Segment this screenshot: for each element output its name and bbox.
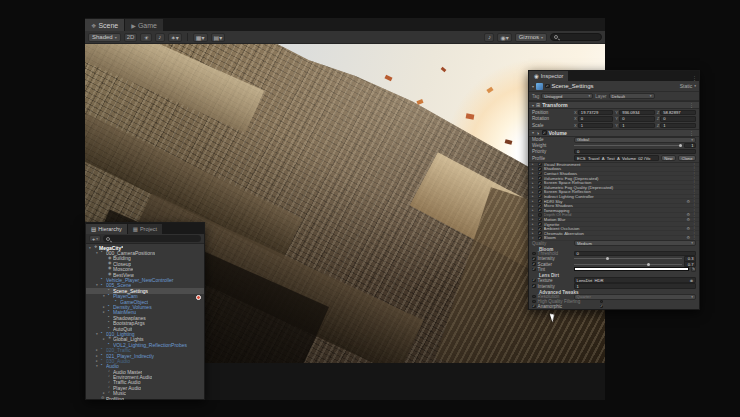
property-checkbox[interactable] bbox=[532, 284, 536, 288]
tab-project[interactable]: ▦ Project bbox=[128, 224, 163, 234]
y-field[interactable]: 936.0934 bbox=[619, 110, 655, 116]
priority-field[interactable]: 0 bbox=[574, 149, 696, 155]
property-checkbox[interactable] bbox=[532, 295, 536, 299]
foldout-arrow-icon[interactable]: ▾ bbox=[532, 236, 536, 240]
create-object-button[interactable]: + ▾ bbox=[89, 235, 101, 242]
x-field[interactable]: 0 bbox=[578, 116, 614, 122]
tab-scene[interactable]: ❖ Scene bbox=[85, 19, 125, 31]
override-enabled-checkbox[interactable] bbox=[538, 204, 542, 208]
property-checkbox[interactable] bbox=[532, 300, 536, 304]
component-picker-dropdown[interactable]: ▤▾ bbox=[211, 33, 226, 42]
override-enabled-checkbox[interactable] bbox=[538, 236, 542, 240]
property-checkbox[interactable] bbox=[532, 252, 536, 256]
override-enabled-checkbox[interactable] bbox=[538, 231, 542, 235]
shading-mode-dropdown[interactable]: Shaded ▾ bbox=[88, 33, 121, 42]
component-enabled-checkbox[interactable] bbox=[542, 130, 547, 135]
override-enabled-checkbox[interactable] bbox=[538, 195, 542, 199]
override-enabled-checkbox[interactable] bbox=[538, 163, 542, 167]
foldout-arrow-icon[interactable]: ▸ bbox=[532, 162, 536, 166]
foldout-arrow-icon[interactable]: ▸ bbox=[532, 199, 536, 203]
z-field[interactable]: 0 bbox=[660, 116, 696, 122]
tab-game[interactable]: ▶ Game bbox=[125, 19, 164, 31]
tint-color-swatch[interactable] bbox=[574, 267, 689, 271]
override-enabled-checkbox[interactable] bbox=[538, 222, 542, 226]
gizmos-dropdown[interactable]: Gizmos ▾ bbox=[515, 33, 547, 42]
mode-dropdown[interactable]: Global▾ bbox=[574, 137, 696, 143]
foldout-arrow-icon[interactable]: ▸ bbox=[532, 217, 536, 221]
override-enabled-checkbox[interactable] bbox=[538, 227, 542, 231]
override-enabled-checkbox[interactable] bbox=[538, 218, 542, 222]
tag-dropdown[interactable]: Untagged▾ bbox=[541, 93, 593, 99]
tab-hierarchy[interactable]: ▤ Hierarchy bbox=[86, 224, 128, 234]
scene-lighting-toggle[interactable]: ☀ bbox=[140, 33, 151, 42]
foldout-arrow-icon[interactable]: ▸ bbox=[532, 176, 536, 180]
transform-header[interactable]: ▾ ⊞ Transform ⋮ bbox=[529, 101, 699, 109]
toggle-2d-button[interactable]: 2D bbox=[124, 33, 138, 42]
component-menu-icon[interactable]: ⋮ bbox=[687, 102, 696, 108]
scene-audio-toggle[interactable]: ♪ bbox=[155, 33, 165, 42]
foldout-arrow-icon[interactable]: ▸ bbox=[532, 171, 536, 175]
scene-camera-settings-dropdown[interactable]: ◉▾ bbox=[497, 33, 511, 42]
foldout-arrow-icon[interactable]: ▸ bbox=[532, 213, 536, 217]
static-dropdown[interactable]: Static ▾ bbox=[680, 83, 696, 89]
profile-clone-button[interactable]: Clone bbox=[678, 155, 696, 161]
property-checkbox[interactable] bbox=[532, 305, 536, 309]
hqf-value-checkbox[interactable] bbox=[600, 300, 604, 304]
hierarchy-search-input[interactable] bbox=[103, 235, 201, 242]
quality-dropdown[interactable]: Medium▾ bbox=[574, 240, 696, 246]
z-field[interactable]: 1 bbox=[660, 123, 696, 129]
volume-header[interactable]: ▾ ◑ Volume ⋮ bbox=[529, 129, 699, 137]
override-enabled-checkbox[interactable] bbox=[538, 167, 542, 171]
property-checkbox[interactable] bbox=[532, 268, 536, 272]
eyedropper-icon[interactable]: ✎ bbox=[691, 267, 696, 272]
gameobject-name[interactable]: Scene_Settings bbox=[552, 83, 594, 89]
scene-visibility-dropdown[interactable]: ▦▾ bbox=[193, 33, 208, 42]
foldout-arrow-icon[interactable]: ▾ bbox=[532, 103, 534, 108]
property-checkbox[interactable] bbox=[532, 257, 536, 261]
foldout-arrow-icon[interactable]: ▸ bbox=[532, 227, 536, 231]
foldout-arrow-icon[interactable]: ▸ bbox=[532, 204, 536, 208]
dirt-intensity-field[interactable]: 1 bbox=[574, 283, 696, 289]
foldout-arrow-icon[interactable]: ▸ bbox=[532, 181, 536, 185]
override-enabled-checkbox[interactable] bbox=[538, 176, 542, 180]
override-enabled-checkbox[interactable] bbox=[538, 185, 542, 189]
foldout-arrow-icon[interactable]: ▾ bbox=[532, 130, 534, 135]
anamorphic-value-checkbox[interactable] bbox=[600, 305, 604, 309]
profile-object-field[interactable]: ECS_Travel_A_Test_A_Volume_02 (Vo bbox=[574, 155, 659, 161]
inspector-menu-icon[interactable]: ⋮ bbox=[690, 75, 699, 81]
active-checkbox[interactable] bbox=[545, 84, 550, 89]
scatter-slider[interactable] bbox=[574, 261, 682, 267]
property-checkbox[interactable] bbox=[532, 279, 536, 283]
foldout-arrow-icon[interactable]: ▾ bbox=[532, 84, 534, 89]
override-enabled-checkbox[interactable] bbox=[538, 190, 542, 194]
x-field[interactable]: 1 bbox=[578, 123, 614, 129]
foldout-arrow-icon[interactable]: ▸ bbox=[532, 231, 536, 235]
override-enabled-checkbox[interactable] bbox=[538, 181, 542, 185]
scene-effects-dropdown[interactable]: ✶▾ bbox=[168, 33, 182, 42]
scene-audio-mute-toggle[interactable]: ♪ bbox=[484, 33, 494, 42]
layer-dropdown[interactable]: Default▾ bbox=[609, 93, 655, 99]
texture-object-field[interactable]: LensDirt_HDR ◉ bbox=[574, 277, 696, 283]
foldout-arrow-icon[interactable]: ▸ bbox=[532, 185, 536, 189]
foldout-arrow-icon[interactable]: ▸ bbox=[532, 190, 536, 194]
override-enabled-checkbox[interactable] bbox=[538, 213, 542, 217]
x-field[interactable]: 19.73729 bbox=[578, 110, 614, 116]
y-field[interactable]: 1 bbox=[619, 123, 655, 129]
property-checkbox[interactable] bbox=[532, 262, 536, 266]
foldout-arrow-icon[interactable]: ▸ bbox=[532, 167, 536, 171]
scene-search-input[interactable] bbox=[550, 33, 602, 41]
component-menu-icon[interactable]: ⋮ bbox=[687, 130, 696, 136]
profile-new-button[interactable]: New bbox=[661, 155, 676, 161]
y-field[interactable]: 0 bbox=[619, 116, 655, 122]
override-enabled-checkbox[interactable] bbox=[538, 208, 542, 212]
object-picker-icon[interactable]: ◉ bbox=[690, 278, 693, 283]
foldout-arrow-icon[interactable]: ▸ bbox=[532, 222, 536, 226]
tab-inspector[interactable]: ◉ Inspector bbox=[529, 71, 569, 81]
hierarchy-item[interactable]: ⚙ Profiling bbox=[86, 396, 204, 400]
weight-value[interactable]: 1 bbox=[684, 143, 696, 149]
override-enabled-checkbox[interactable] bbox=[538, 172, 542, 176]
foldout-arrow-icon[interactable]: ▸ bbox=[532, 194, 536, 198]
foldout-arrow-icon[interactable]: ▸ bbox=[532, 208, 536, 212]
z-field[interactable]: 58.82897 bbox=[660, 110, 696, 116]
weight-slider[interactable] bbox=[574, 143, 682, 149]
